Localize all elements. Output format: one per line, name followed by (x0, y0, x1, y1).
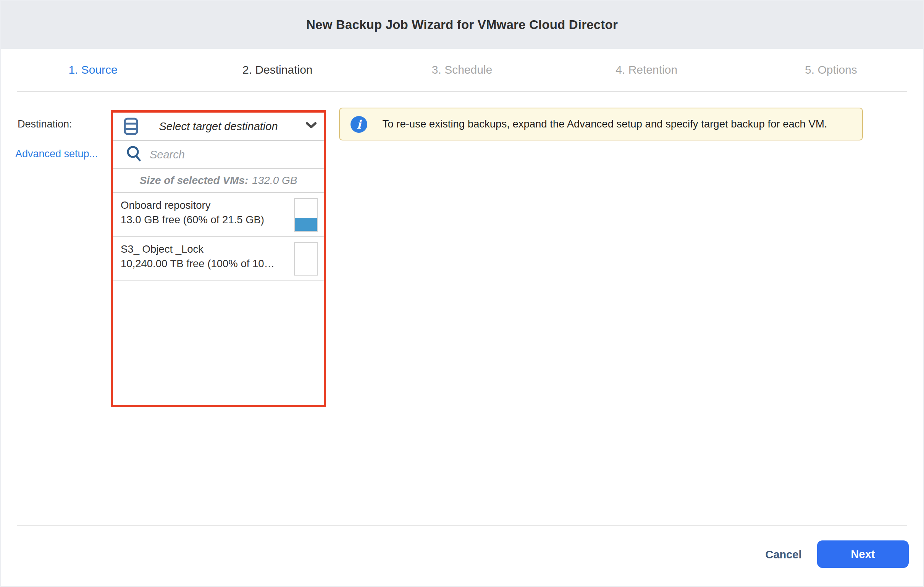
capacity-gauge-fill (295, 218, 317, 231)
destination-picker-panel: Select target destination Size of select… (111, 110, 326, 407)
search-input[interactable] (149, 148, 320, 162)
tab-destination[interactable]: 2. Destination (185, 63, 370, 76)
selected-vms-size-label: Size of selected VMs: (139, 175, 248, 186)
wizard-steps: 1. Source 2. Destination 3. Schedule 4. … (1, 49, 923, 91)
steps-divider (17, 91, 907, 92)
next-button[interactable]: Next (817, 541, 909, 568)
advanced-setup-link[interactable]: Advanced setup... (15, 148, 98, 160)
info-banner: i To re-use existing backups, expand the… (339, 108, 863, 140)
wizard-header: New Backup Job Wizard for VMware Cloud D… (1, 1, 923, 49)
repository-option-onboard[interactable]: Onboard repository 13.0 GB free (60% of … (113, 193, 324, 237)
repository-text: Onboard repository 13.0 GB free (60% of … (120, 198, 285, 227)
target-destination-dropdown[interactable]: Select target destination (113, 112, 324, 141)
tab-options[interactable]: 5. Options (739, 63, 923, 76)
capacity-gauge (294, 242, 318, 275)
tab-retention[interactable]: 4. Retention (554, 63, 739, 76)
chevron-down-icon (305, 122, 317, 131)
tab-source[interactable]: 1. Source (1, 63, 185, 76)
page-title: New Backup Job Wizard for VMware Cloud D… (306, 18, 618, 32)
database-icon (124, 117, 138, 137)
dropdown-selected-value: Select target destination (159, 120, 277, 133)
selected-vms-size-row: Size of selected VMs: 132.0 GB (113, 169, 324, 193)
repository-free-space: 13.0 GB free (60% of 21.5 GB) (120, 213, 285, 227)
repository-text: S3_ Object _Lock 10,240.00 TB free (100%… (120, 242, 285, 271)
repository-free-space: 10,240.00 TB free (100% of 10… (120, 257, 285, 271)
tab-schedule[interactable]: 3. Schedule (370, 63, 554, 76)
cancel-button[interactable]: Cancel (751, 545, 816, 564)
info-banner-text: To re-use existing backups, expand the A… (341, 118, 862, 130)
repository-name: S3_ Object _Lock (120, 242, 285, 257)
destination-label: Destination: (18, 118, 72, 130)
repository-name: Onboard repository (120, 198, 285, 213)
info-icon: i (350, 116, 367, 133)
repository-option-s3-object-lock[interactable]: S3_ Object _Lock 10,240.00 TB free (100%… (113, 237, 324, 280)
footer-divider (17, 525, 907, 526)
capacity-gauge (294, 198, 318, 232)
backup-job-wizard-dialog: New Backup Job Wizard for VMware Cloud D… (0, 0, 924, 587)
repository-search (113, 141, 324, 169)
search-icon (126, 145, 142, 164)
selected-vms-size-value: 132.0 GB (252, 175, 297, 186)
